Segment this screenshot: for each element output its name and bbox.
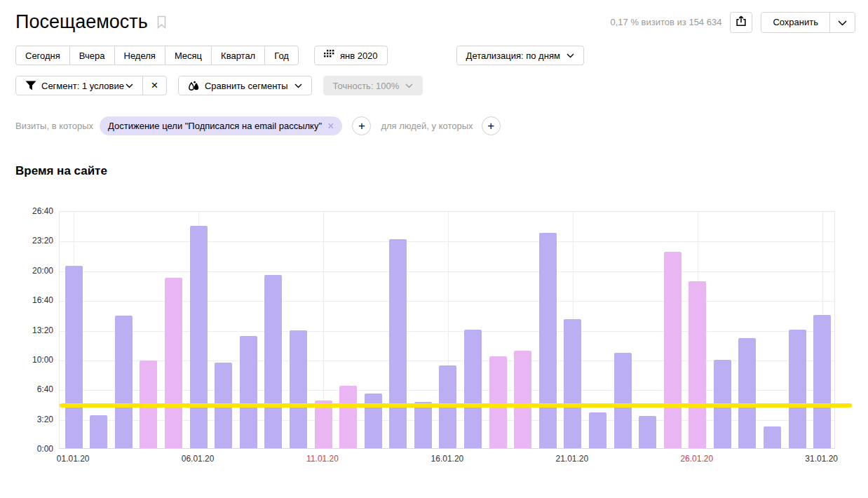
chart-bar-23.01.20[interactable] (614, 353, 632, 448)
compare-drops-icon (188, 81, 200, 91)
period-toolbar: Сегодня Вчера Неделя Месяц Квартал Год я… (15, 46, 584, 65)
x-axis-label: 01.01.20 (41, 454, 104, 464)
chart-bar-30.01.20[interactable] (789, 330, 806, 449)
chart-bar-20.01.20[interactable] (539, 233, 557, 448)
y-axis-label: 3:20 (0, 415, 53, 424)
x-axis-label: 06.01.20 (166, 454, 229, 464)
chart-bar-29.01.20[interactable] (764, 426, 781, 448)
chip-close-icon[interactable]: × (327, 121, 334, 132)
chart-bar-10.01.20[interactable] (290, 330, 307, 448)
chevron-down-icon (838, 16, 847, 29)
goal-filter-chip[interactable]: Достижение цели "Подписался на email рас… (100, 116, 342, 135)
share-icon (735, 15, 747, 30)
detalization-label: Детализация: по дням (466, 51, 560, 61)
chart-bar-21.01.20[interactable] (564, 319, 581, 448)
visits-condition-label: Визиты, в которых (15, 121, 93, 131)
chart-bar-01.01.20[interactable] (65, 266, 83, 448)
add-people-condition-button[interactable]: + (482, 116, 501, 135)
save-dropdown-button[interactable] (829, 13, 855, 32)
plot-area (59, 211, 835, 449)
tab-today[interactable]: Сегодня (16, 46, 69, 65)
chart-bar-03.01.20[interactable] (115, 316, 133, 448)
plus-icon: + (487, 119, 494, 133)
chart-bar-13.01.20[interactable] (365, 393, 382, 448)
segment-toolbar: Сегмент: 1 условие × Сравнить сегменты (15, 76, 423, 95)
tab-quarter[interactable]: Квартал (211, 46, 264, 65)
chart-bar-15.01.20[interactable] (414, 402, 432, 448)
accuracy-dropdown[interactable]: Точность: 100% (323, 76, 423, 95)
x-axis-label: 26.01.20 (665, 454, 728, 464)
chart-bar-17.01.20[interactable] (464, 330, 482, 449)
chart-bar-11.01.20[interactable] (315, 401, 332, 448)
y-axis-label: 23:20 (0, 236, 53, 245)
filters-row: Визиты, в которых Достижение цели "Подпи… (15, 116, 501, 135)
save-button[interactable]: Сохранить (761, 13, 829, 32)
page-title: Посещаемость (15, 11, 148, 33)
plus-icon: + (358, 119, 365, 133)
chart-bar-25.01.20[interactable] (664, 252, 681, 448)
tab-label: Неделя (124, 51, 156, 61)
tab-label: Месяц (175, 51, 202, 61)
header: Посещаемость 0,17 % визитов из 154 634 С… (15, 11, 855, 33)
compare-segments-label: Сравнить сегменты (205, 81, 288, 91)
y-axis-label: 20:00 (0, 266, 53, 276)
chart-bar-05.01.20[interactable] (165, 278, 182, 448)
tab-label: Квартал (221, 51, 255, 61)
chart-bar-18.01.20[interactable] (489, 356, 507, 448)
period-tab-group: Сегодня Вчера Неделя Месяц Квартал Год (15, 46, 299, 65)
x-axis-label: 31.01.20 (790, 454, 853, 464)
segment-clear-button[interactable]: × (142, 76, 166, 95)
chevron-down-icon (405, 83, 413, 88)
chart-bar-22.01.20[interactable] (589, 412, 606, 448)
tab-yesterday[interactable]: Вчера (69, 46, 114, 65)
chart-bar-12.01.20[interactable] (339, 386, 357, 448)
segment-group: Сегмент: 1 условие × (15, 76, 167, 95)
y-axis-label: 6:40 (0, 384, 53, 394)
x-axis-label: 16.01.20 (416, 454, 479, 464)
sample-stats: 0,17 % визитов из 154 634 (611, 17, 722, 27)
close-icon: × (151, 79, 158, 93)
x-axis-label: 11.01.20 (291, 454, 354, 464)
calendar-period-label: янв 2020 (340, 51, 378, 61)
export-button[interactable] (730, 12, 752, 33)
chart-bar-24.01.20[interactable] (639, 416, 656, 448)
y-axis-label: 26:40 (0, 206, 53, 216)
chart-bar-28.01.20[interactable] (738, 338, 756, 448)
chart-bar-31.01.20[interactable] (813, 315, 831, 448)
chart-bar-09.01.20[interactable] (264, 275, 282, 448)
calendar-period-button[interactable]: янв 2020 (314, 46, 388, 65)
chart-bar-08.01.20[interactable] (240, 336, 257, 448)
chevron-down-icon (567, 53, 574, 58)
save-button-label: Сохранить (773, 17, 818, 27)
chart-bar-06.01.20[interactable] (190, 226, 208, 448)
tab-week[interactable]: Неделя (114, 46, 165, 65)
save-split-button: Сохранить (761, 12, 855, 33)
reference-line (60, 403, 852, 408)
chart-title: Время на сайте (15, 164, 107, 178)
accuracy-label: Точность: 100% (333, 81, 400, 91)
chart-bar-19.01.20[interactable] (514, 351, 531, 448)
y-gridline (60, 271, 834, 272)
tab-month[interactable]: Месяц (165, 46, 211, 65)
tab-label: Вчера (79, 51, 105, 61)
time-on-site-chart: 0:003:206:4010:0013:2016:4020:0023:2026:… (0, 0, 868, 498)
header-right: 0,17 % визитов из 154 634 Сохранить (611, 12, 855, 33)
compare-segments-dropdown[interactable]: Сравнить сегменты (178, 76, 312, 95)
funnel-icon (25, 81, 36, 90)
metrica-report-page: Посещаемость 0,17 % визитов из 154 634 С… (0, 0, 868, 498)
segment-dropdown[interactable]: Сегмент: 1 условие (16, 76, 142, 95)
calendar-grid-icon (324, 50, 335, 61)
y-axis-label: 10:00 (0, 355, 53, 365)
y-axis-label: 0:00 (0, 444, 53, 454)
y-axis-label: 13:20 (0, 325, 53, 335)
chart-bar-02.01.20[interactable] (90, 415, 107, 448)
bookmark-icon[interactable] (156, 15, 167, 29)
chart-bar-14.01.20[interactable] (389, 239, 407, 448)
tab-year[interactable]: Год (264, 46, 298, 65)
chevron-down-icon (126, 83, 133, 88)
chart-bar-26.01.20[interactable] (689, 281, 706, 448)
add-visit-condition-button[interactable]: + (352, 116, 371, 135)
detalization-dropdown[interactable]: Детализация: по дням (456, 46, 584, 65)
tab-label: Сегодня (25, 51, 60, 61)
people-condition-label: для людей, у которых (381, 121, 473, 131)
